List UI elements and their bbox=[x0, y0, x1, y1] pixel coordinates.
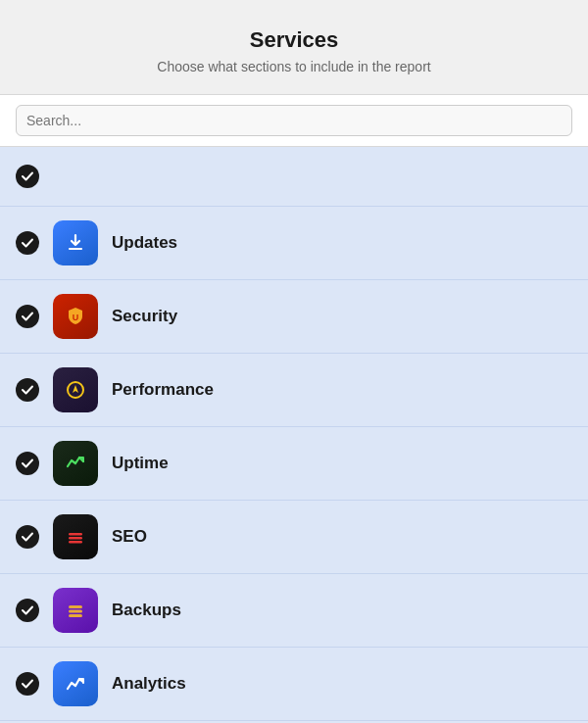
search-container bbox=[0, 95, 588, 147]
svg-rect-7 bbox=[69, 610, 82, 613]
icon-security: U bbox=[53, 294, 98, 339]
checkbox-performance[interactable] bbox=[16, 378, 39, 402]
checkbox-all[interactable] bbox=[16, 165, 39, 188]
svg-text:U: U bbox=[73, 313, 79, 322]
icon-uptime bbox=[53, 441, 98, 486]
list-item-updates[interactable]: Updates bbox=[0, 207, 588, 280]
svg-rect-6 bbox=[69, 605, 82, 608]
svg-rect-8 bbox=[69, 614, 82, 617]
icon-seo bbox=[53, 514, 98, 559]
label-updates: Updates bbox=[112, 233, 177, 253]
list-item-security[interactable]: U Security bbox=[0, 280, 588, 354]
list-item-backups[interactable]: Backups bbox=[0, 574, 588, 648]
list-item-uptime[interactable]: Uptime bbox=[0, 427, 588, 501]
list-item-performance[interactable]: Performance bbox=[0, 354, 588, 427]
list-item-analytics[interactable]: Analytics bbox=[0, 648, 588, 721]
svg-rect-3 bbox=[69, 533, 82, 536]
icon-performance bbox=[53, 367, 98, 412]
label-backups: Backups bbox=[112, 601, 181, 620]
label-uptime: Uptime bbox=[112, 454, 169, 473]
checkbox-backups[interactable] bbox=[16, 599, 39, 622]
svg-rect-5 bbox=[69, 541, 82, 544]
svg-rect-4 bbox=[69, 537, 82, 540]
label-seo: SEO bbox=[112, 527, 147, 547]
page-header: Services Choose what sections to include… bbox=[0, 0, 588, 95]
checkbox-uptime[interactable] bbox=[16, 452, 39, 475]
checkbox-analytics[interactable] bbox=[16, 672, 39, 696]
list-item-all[interactable] bbox=[0, 147, 588, 207]
svg-marker-2 bbox=[73, 385, 78, 393]
label-security: Security bbox=[112, 307, 177, 326]
icon-backups bbox=[53, 588, 98, 633]
checkbox-updates[interactable] bbox=[16, 231, 39, 255]
list-item-seo[interactable]: SEO bbox=[0, 501, 588, 574]
page-title: Services bbox=[20, 27, 568, 53]
checkbox-seo[interactable] bbox=[16, 525, 39, 549]
icon-updates bbox=[53, 220, 98, 265]
label-performance: Performance bbox=[112, 380, 214, 400]
icon-analytics bbox=[53, 661, 98, 706]
label-analytics: Analytics bbox=[112, 674, 186, 694]
checkbox-security[interactable] bbox=[16, 305, 39, 328]
services-list: Updates U Security bbox=[0, 147, 588, 723]
page-subtitle: Choose what sections to include in the r… bbox=[20, 59, 568, 74]
search-input[interactable] bbox=[16, 105, 572, 136]
